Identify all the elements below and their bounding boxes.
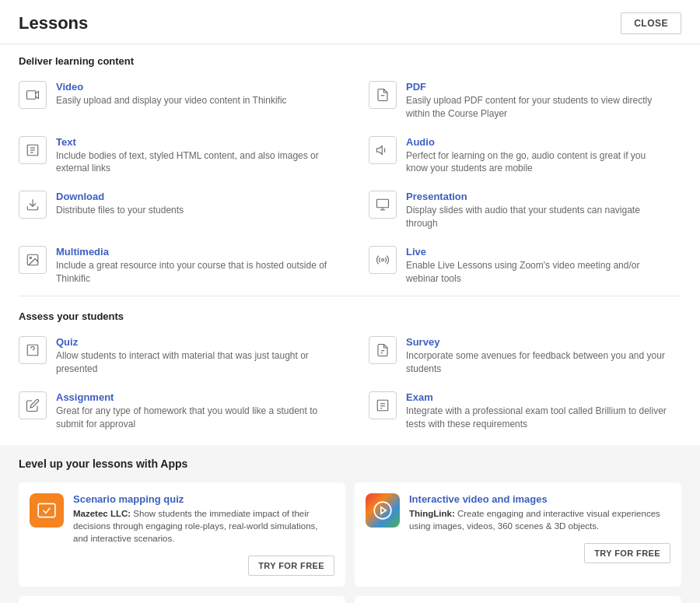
quiz-icon bbox=[19, 336, 47, 364]
lesson-text-survey: Survey Incorporate some avenues for feed… bbox=[406, 336, 669, 376]
app-desc-interactive: ThingLink: Create engaging and interacti… bbox=[409, 507, 670, 532]
app-inner-interactive: Interactive video and images ThingLink: … bbox=[409, 493, 670, 563]
svg-point-13 bbox=[30, 257, 31, 258]
svg-point-14 bbox=[382, 258, 384, 261]
app-item-social: H Social and interactive courses Howdy: … bbox=[355, 596, 681, 603]
svg-marker-25 bbox=[381, 507, 387, 514]
presentation-icon bbox=[369, 191, 397, 219]
lesson-text-pdf: PDF Easily upload PDF content for your s… bbox=[406, 81, 669, 121]
svg-point-24 bbox=[374, 502, 391, 519]
lesson-item-live[interactable]: Live Enable Live Lessons using Zoom's vi… bbox=[350, 238, 681, 293]
lesson-text-multimedia: Multimedia Include a great resource into… bbox=[56, 246, 338, 286]
scenario-mapping-icon bbox=[30, 493, 64, 528]
video-icon bbox=[19, 81, 47, 109]
assess-lessons-grid: Quiz Allow students to interact with mat… bbox=[0, 328, 700, 438]
multimedia-icon bbox=[19, 246, 47, 274]
apps-section-title: Level up your lessons with Apps bbox=[19, 458, 681, 470]
lesson-item-quiz[interactable]: Quiz Allow students to interact with mat… bbox=[19, 328, 350, 384]
svg-rect-19 bbox=[377, 400, 388, 411]
survey-icon bbox=[369, 336, 397, 364]
try-btn-scenario[interactable]: TRY FOR FREE bbox=[248, 556, 334, 576]
app-item-scenario-mapping: Scenario mapping quiz Mazetec LLC: Show … bbox=[19, 482, 345, 587]
svg-rect-9 bbox=[377, 199, 389, 208]
assess-section-title: Assess your students bbox=[0, 300, 700, 328]
deliver-section-title: Deliver learning content bbox=[0, 44, 700, 73]
download-icon bbox=[19, 191, 47, 219]
page-header: Lessons CLOSE bbox=[0, 0, 700, 44]
lesson-text-presentation: Presentation Display slides with audio t… bbox=[406, 191, 669, 230]
lesson-text-exam: Exam Integrate with a professional exam … bbox=[406, 391, 669, 431]
svg-rect-0 bbox=[27, 91, 36, 100]
pdf-icon bbox=[369, 81, 397, 109]
try-btn-interactive[interactable]: TRY FOR FREE bbox=[584, 543, 670, 563]
lesson-text-assignment: Assignment Great for any type of homewor… bbox=[56, 391, 338, 431]
assignment-icon bbox=[19, 391, 47, 419]
page-title: Lessons bbox=[19, 13, 88, 33]
app-item-whiteboards: Collaborative whiteboards Lessonspace, I… bbox=[19, 596, 345, 603]
exam-icon bbox=[369, 391, 397, 419]
lesson-text-text: Text Include bodies of text, styled HTML… bbox=[56, 136, 338, 176]
lesson-text-audio: Audio Perfect for learning on the go, au… bbox=[406, 136, 669, 176]
svg-rect-23 bbox=[38, 503, 55, 517]
app-item-interactive-video: Interactive video and images ThingLink: … bbox=[355, 482, 681, 587]
apps-grid: Scenario mapping quiz Mazetec LLC: Show … bbox=[19, 482, 681, 603]
text-icon bbox=[19, 136, 47, 164]
interactive-video-icon bbox=[366, 493, 400, 528]
svg-marker-6 bbox=[377, 145, 383, 154]
deliver-lessons-grid: Video Easily upload and display your vid… bbox=[0, 73, 700, 293]
audio-icon bbox=[369, 136, 397, 164]
app-desc-scenario: Mazetec LLC: Show students the immediate… bbox=[73, 507, 334, 545]
lesson-text-download: Download Distribute files to your studen… bbox=[56, 191, 184, 217]
lesson-item-multimedia[interactable]: Multimedia Include a great resource into… bbox=[19, 238, 350, 293]
lesson-item-survey[interactable]: Survey Incorporate some avenues for feed… bbox=[350, 328, 681, 384]
live-icon bbox=[369, 246, 397, 274]
lesson-item-presentation[interactable]: Presentation Display slides with audio t… bbox=[350, 183, 681, 238]
lesson-item-audio[interactable]: Audio Perfect for learning on the go, au… bbox=[350, 128, 681, 184]
lesson-item-text[interactable]: Text Include bodies of text, styled HTML… bbox=[19, 128, 350, 184]
lesson-text-live: Live Enable Live Lessons using Zoom's vi… bbox=[406, 246, 669, 286]
lesson-item-assignment[interactable]: Assignment Great for any type of homewor… bbox=[19, 384, 350, 439]
apps-section: Level up your lessons with Apps Scenario… bbox=[0, 445, 700, 603]
close-button[interactable]: CLOSE bbox=[621, 12, 681, 34]
lesson-text-video: Video Easily upload and display your vid… bbox=[56, 81, 287, 107]
lesson-text-quiz: Quiz Allow students to interact with mat… bbox=[56, 336, 338, 376]
app-inner-scenario: Scenario mapping quiz Mazetec LLC: Show … bbox=[73, 493, 334, 576]
lesson-item-video[interactable]: Video Easily upload and display your vid… bbox=[19, 73, 350, 128]
lesson-item-pdf[interactable]: PDF Easily upload PDF content for your s… bbox=[350, 73, 681, 128]
lesson-item-exam[interactable]: Exam Integrate with a professional exam … bbox=[350, 384, 681, 439]
divider-1 bbox=[19, 296, 681, 296]
lesson-item-download[interactable]: Download Distribute files to your studen… bbox=[19, 183, 350, 238]
